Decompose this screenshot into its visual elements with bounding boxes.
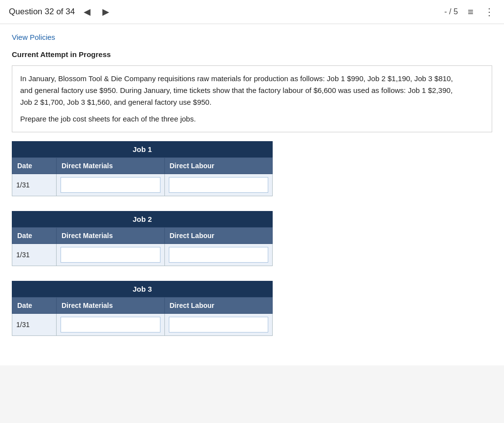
job3-col-materials: Direct Materials — [57, 298, 165, 314]
list-icon-button[interactable]: ≡ — [467, 5, 474, 19]
job2-labour-cell — [164, 244, 273, 266]
job1-col-materials: Direct Materials — [57, 158, 165, 174]
job3-labour-input[interactable] — [169, 317, 269, 332]
job2-header-row: Date Direct Materials Direct Labour — [12, 228, 273, 244]
view-policies-link[interactable]: View Policies — [12, 33, 55, 41]
job1-row-date: 1/31 — [12, 174, 57, 196]
job2-table: Date Direct Materials Direct Labour 1/31 — [12, 227, 273, 266]
job1-table: Date Direct Materials Direct Labour 1/31 — [12, 157, 273, 196]
job3-data-row: 1/31 — [12, 314, 273, 336]
score-label: - / 5 — [444, 7, 458, 16]
job3-title: Job 3 — [12, 281, 273, 297]
job2-col-materials: Direct Materials — [57, 228, 165, 244]
job2-title: Job 2 — [12, 211, 273, 227]
job3-row-date: 1/31 — [12, 314, 57, 336]
problem-line2: and general factory use $950. During Jan… — [20, 86, 453, 94]
job1-table-wrapper: Job 1 Date Direct Materials Direct Labou… — [12, 141, 273, 196]
prepare-text: Prepare the job cost sheets for each of … — [20, 113, 484, 125]
job3-table-wrapper: Job 3 Date Direct Materials Direct Labou… — [12, 281, 273, 336]
job3-table: Date Direct Materials Direct Labour 1/31 — [12, 297, 273, 336]
job1-materials-input[interactable] — [61, 177, 160, 193]
job3-col-date: Date — [12, 298, 57, 314]
job1-col-labour: Direct Labour — [164, 158, 273, 174]
job1-header-row: Date Direct Materials Direct Labour — [12, 158, 273, 174]
job2-materials-input[interactable] — [61, 247, 160, 263]
job1-materials-cell — [57, 174, 165, 196]
job3-col-labour: Direct Labour — [164, 298, 273, 314]
job2-labour-input[interactable] — [169, 247, 269, 263]
next-button[interactable]: ▶ — [99, 5, 112, 18]
content-area: View Policies Current Attempt in Progres… — [0, 24, 504, 365]
job2-row-date: 1/31 — [12, 244, 57, 266]
job2-table-wrapper: Job 2 Date Direct Materials Direct Labou… — [12, 211, 273, 266]
problem-line3: Job 2 $1,700, Job 3 $1,560, and general … — [20, 98, 212, 106]
top-bar-left: Question 32 of 34 ◀ ▶ — [9, 5, 112, 18]
prev-button[interactable]: ◀ — [81, 5, 94, 18]
job3-header-row: Date Direct Materials Direct Labour — [12, 298, 273, 314]
job2-col-labour: Direct Labour — [164, 228, 273, 244]
job3-materials-input[interactable] — [61, 317, 160, 332]
job1-labour-cell — [164, 174, 273, 196]
problem-text: In January, Blossom Tool & Die Company r… — [12, 65, 492, 132]
job1-data-row: 1/31 — [12, 174, 273, 196]
job1-col-date: Date — [12, 158, 57, 174]
job1-labour-input[interactable] — [169, 177, 269, 193]
question-label: Question 32 of 34 — [9, 7, 75, 17]
job1-title: Job 1 — [12, 141, 273, 157]
current-attempt-label: Current Attempt in Progress — [12, 50, 492, 59]
job3-materials-cell — [57, 314, 165, 336]
top-bar: Question 32 of 34 ◀ ▶ - / 5 ≡ ⋮ — [0, 0, 504, 24]
job2-col-date: Date — [12, 228, 57, 244]
top-bar-right: - / 5 ≡ ⋮ — [444, 5, 495, 19]
problem-line1: In January, Blossom Tool & Die Company r… — [20, 74, 453, 83]
job2-materials-cell — [57, 244, 165, 266]
job3-labour-cell — [164, 314, 273, 336]
more-icon-button[interactable]: ⋮ — [483, 5, 495, 19]
job2-data-row: 1/31 — [12, 244, 273, 266]
